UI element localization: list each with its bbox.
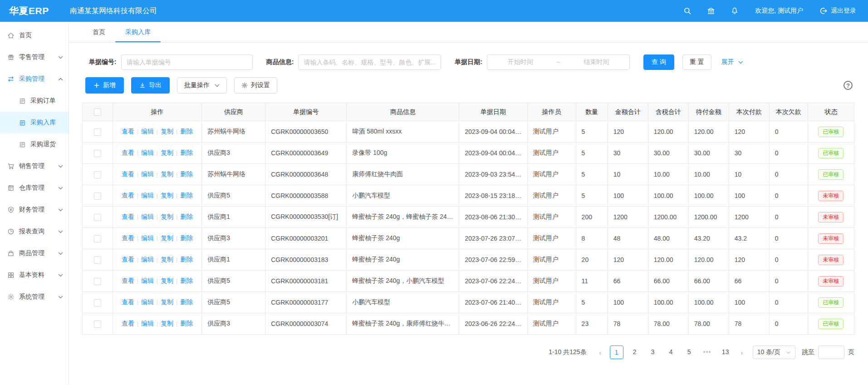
select-all-checkbox[interactable] xyxy=(94,109,101,116)
tab-home[interactable]: 首页 xyxy=(83,22,115,42)
sidebar-item-6[interactable]: 报表查询 xyxy=(0,221,69,242)
action-edit-link[interactable]: 编辑 xyxy=(141,298,154,306)
sidebar-subitem-2-0[interactable]: 采购订单 xyxy=(0,90,69,112)
action-edit-link[interactable]: 编辑 xyxy=(141,149,154,156)
row-checkbox-cell xyxy=(83,228,113,249)
product-info-input[interactable] xyxy=(298,54,441,70)
action-delete-link[interactable]: 删除 xyxy=(180,192,193,199)
row-checkbox[interactable] xyxy=(94,214,101,221)
action-edit-link[interactable]: 编辑 xyxy=(141,213,154,220)
notification-bell-icon[interactable] xyxy=(731,7,739,15)
row-checkbox[interactable] xyxy=(94,299,101,306)
pagination-page-4[interactable]: 4 xyxy=(664,346,678,359)
pagination-page-3[interactable]: 3 xyxy=(646,346,660,359)
action-view-link[interactable]: 查看 xyxy=(122,320,134,327)
action-delete-link[interactable]: 删除 xyxy=(180,128,193,135)
date-range-picker[interactable]: 开始时间 ~ 结束时间 xyxy=(487,54,630,70)
row-checkbox-cell xyxy=(83,249,113,271)
search-button[interactable]: 查 询 xyxy=(643,54,674,70)
jump-to-input[interactable] xyxy=(818,346,844,359)
document-number-input[interactable] xyxy=(121,54,253,70)
row-checkbox[interactable] xyxy=(94,278,101,285)
tax-total-cell: 66.00 xyxy=(648,271,688,292)
help-icon[interactable]: ? xyxy=(843,81,853,90)
action-edit-link[interactable]: 编辑 xyxy=(141,170,154,178)
pagination-prev[interactable]: ‹ xyxy=(595,349,605,356)
tab-purchase-inbound[interactable]: 采购入库 xyxy=(115,22,161,42)
action-view-link[interactable]: 查看 xyxy=(122,213,134,220)
sidebar-subitem-2-2[interactable]: 采购退货 xyxy=(0,133,69,155)
action-copy-link[interactable]: 复制 xyxy=(161,256,173,263)
page-size-select[interactable]: 10 条/页 xyxy=(753,346,795,359)
action-edit-link[interactable]: 编辑 xyxy=(141,192,154,199)
action-copy-link[interactable]: 复制 xyxy=(161,128,173,135)
action-copy-link[interactable]: 复制 xyxy=(161,170,173,178)
pagination-page-1[interactable]: 1 xyxy=(610,346,623,359)
sidebar-item-5[interactable]: 财务管理 xyxy=(0,199,69,221)
action-delete-link[interactable]: 删除 xyxy=(180,170,193,178)
action-delete-link[interactable]: 删除 xyxy=(180,320,193,327)
action-view-link[interactable]: 查看 xyxy=(122,170,134,178)
action-edit-link[interactable]: 编辑 xyxy=(141,128,154,135)
action-copy-link[interactable]: 复制 xyxy=(161,320,173,327)
platform-icon[interactable] xyxy=(707,7,715,15)
sidebar-subitem-2-1[interactable]: 采购入库 xyxy=(0,112,69,133)
expand-link[interactable]: 展开 xyxy=(721,58,743,66)
sidebar-item-2[interactable]: 采购管理 xyxy=(0,68,69,90)
action-view-link[interactable]: 查看 xyxy=(122,298,134,306)
sidebar-item-1[interactable]: 零售管理 xyxy=(0,46,69,68)
action-delete-link[interactable]: 删除 xyxy=(180,149,193,156)
action-copy-link[interactable]: 复制 xyxy=(161,192,173,199)
sidebar-item-8[interactable]: 基本资料 xyxy=(0,264,69,286)
action-view-link[interactable]: 查看 xyxy=(122,277,134,284)
pagination-page-5[interactable]: 5 xyxy=(682,346,696,359)
export-button[interactable]: 导出 xyxy=(131,77,170,94)
sidebar-item-3[interactable]: 销售管理 xyxy=(0,155,69,177)
tax-total-cell: 48.00 xyxy=(648,228,688,249)
action-copy-link[interactable]: 复制 xyxy=(161,234,173,242)
row-checkbox[interactable] xyxy=(94,321,101,328)
sidebar-item-9[interactable]: 系统管理 xyxy=(0,286,69,308)
reset-button[interactable]: 重 置 xyxy=(682,54,711,70)
search-icon[interactable] xyxy=(683,7,691,15)
pagination-page-2[interactable]: 2 xyxy=(628,346,642,359)
action-edit-link[interactable]: 编辑 xyxy=(141,234,154,242)
action-copy-link[interactable]: 复制 xyxy=(161,298,173,306)
sidebar-item-7[interactable]: 商品管理 xyxy=(0,242,69,264)
action-delete-link[interactable]: 删除 xyxy=(180,277,193,284)
document-number-cell: CGRK00000003201 xyxy=(265,228,347,249)
action-view-link[interactable]: 查看 xyxy=(122,234,134,242)
logout-button[interactable]: 退出登录 xyxy=(819,7,856,15)
row-checkbox[interactable] xyxy=(94,257,101,264)
batch-operations-button[interactable]: 批量操作 xyxy=(177,77,227,94)
action-view-link[interactable]: 查看 xyxy=(122,192,134,199)
action-delete-link[interactable]: 删除 xyxy=(180,298,193,306)
column-settings-button[interactable]: 列设置 xyxy=(234,77,277,94)
action-view-link[interactable]: 查看 xyxy=(122,149,134,156)
action-edit-link[interactable]: 编辑 xyxy=(141,320,154,327)
sidebar-item-4[interactable]: 仓库管理 xyxy=(0,177,69,199)
chevron-down-icon xyxy=(58,208,63,212)
action-copy-link[interactable]: 复制 xyxy=(161,149,173,156)
action-delete-link[interactable]: 删除 xyxy=(180,256,193,263)
row-checkbox[interactable] xyxy=(94,128,101,136)
action-copy-link[interactable]: 复制 xyxy=(161,277,173,284)
action-copy-link[interactable]: 复制 xyxy=(161,213,173,220)
row-checkbox[interactable] xyxy=(94,192,101,200)
action-delete-link[interactable]: 删除 xyxy=(180,213,193,220)
row-checkbox[interactable] xyxy=(94,150,101,157)
quantity-cell: 200 xyxy=(576,207,608,228)
pagination-next[interactable]: › xyxy=(737,349,747,356)
action-view-link[interactable]: 查看 xyxy=(122,128,134,135)
row-checkbox[interactable] xyxy=(94,171,101,178)
supplier-cell: 供应商3 xyxy=(202,143,265,164)
sidebar-item-0[interactable]: 首页 xyxy=(0,25,69,46)
tax-total-cell: 30.00 xyxy=(648,143,688,164)
action-delete-link[interactable]: 删除 xyxy=(180,234,193,242)
action-edit-link[interactable]: 编辑 xyxy=(141,277,154,284)
row-checkbox[interactable] xyxy=(94,235,101,242)
add-button[interactable]: 新增 xyxy=(85,77,124,94)
pagination-page-13[interactable]: 13 xyxy=(719,346,732,359)
action-edit-link[interactable]: 编辑 xyxy=(141,256,154,263)
action-view-link[interactable]: 查看 xyxy=(122,256,134,263)
